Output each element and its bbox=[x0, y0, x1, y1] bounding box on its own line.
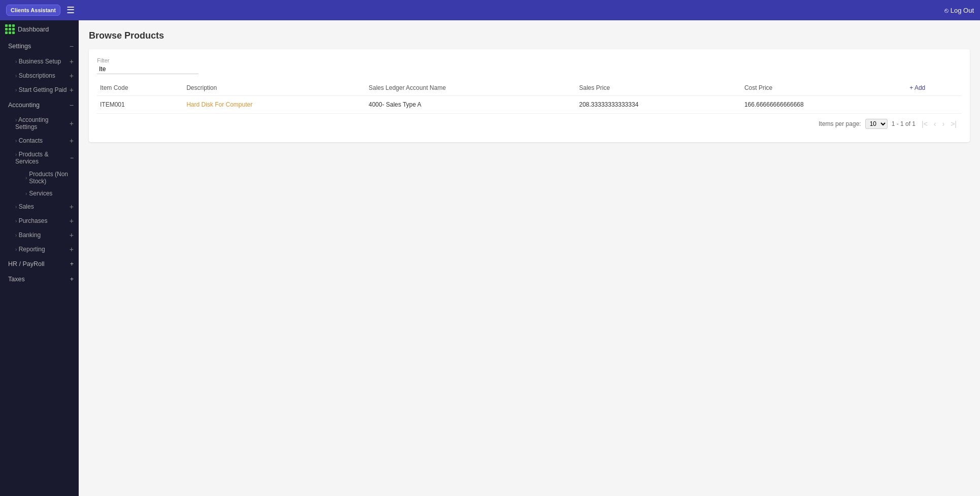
business-setup-label: Business Setup bbox=[19, 58, 61, 65]
topbar-left: Clients Assistant ☰ bbox=[6, 5, 75, 16]
settings-toggle-icon: − bbox=[70, 42, 74, 50]
filter-input[interactable] bbox=[97, 64, 199, 74]
browse-products-card: Filter Item Code Description Sales Ledge… bbox=[89, 49, 970, 142]
plus-icon: + bbox=[70, 119, 74, 127]
sidebar-item-reporting[interactable]: › Reporting + bbox=[5, 242, 79, 256]
products-table-container: Item Code Description Sales Ledger Accou… bbox=[97, 80, 962, 134]
reporting-label: Reporting bbox=[19, 246, 45, 253]
products-services-toggle-icon: − bbox=[70, 154, 74, 161]
sidebar-item-dashboard-label: Dashboard bbox=[18, 26, 49, 33]
cell-cost-price: 166.66666666666668 bbox=[741, 96, 906, 114]
cell-item-code: ITEM001 bbox=[97, 96, 183, 114]
sidebar-item-purchases[interactable]: › Purchases + bbox=[5, 214, 79, 228]
last-page-button[interactable]: >| bbox=[949, 119, 959, 129]
next-page-button[interactable]: › bbox=[940, 119, 947, 129]
hr-plus-icon: + bbox=[70, 260, 74, 268]
settings-submenu: › Business Setup + › Subscriptions + › S… bbox=[0, 54, 79, 97]
sidebar-item-accounting-settings[interactable]: › Accounting Settings + bbox=[5, 113, 79, 134]
contacts-label: Contacts bbox=[19, 137, 43, 144]
sidebar-item-taxes[interactable]: Taxes + bbox=[0, 272, 79, 287]
app-logo: Clients Assistant bbox=[6, 5, 60, 16]
pagination-row: Items per page: 10 25 50 1 - 1 of 1 |< ‹… bbox=[97, 114, 962, 134]
products-table: Item Code Description Sales Ledger Accou… bbox=[97, 80, 962, 114]
chevron-icon: › bbox=[25, 191, 27, 196]
hamburger-icon[interactable]: ☰ bbox=[67, 5, 75, 16]
accounting-settings-label: Accounting Settings bbox=[15, 116, 48, 130]
sidebar-item-business-setup[interactable]: › Business Setup + bbox=[5, 54, 79, 69]
purchases-label: Purchases bbox=[19, 217, 48, 224]
chevron-icon: › bbox=[15, 247, 17, 252]
pagination-range: 1 - 1 of 1 bbox=[892, 120, 916, 127]
products-services-submenu: › Products (Non Stock) › Services bbox=[5, 168, 79, 200]
logout-icon: ⎋ bbox=[944, 7, 949, 14]
chevron-icon: › bbox=[15, 87, 17, 93]
plus-icon: + bbox=[70, 231, 74, 239]
logout-button[interactable]: ⎋ Log Out bbox=[944, 7, 974, 14]
taxes-plus-icon: + bbox=[70, 276, 74, 283]
taxes-label: Taxes bbox=[8, 276, 25, 283]
products-services-label: Products & Services bbox=[15, 151, 48, 165]
chevron-icon: › bbox=[15, 233, 17, 238]
col-sales-ledger: Sales Ledger Account Name bbox=[366, 80, 576, 96]
add-button[interactable]: + Add bbox=[909, 84, 925, 91]
cell-sales-ledger: 4000- Sales Type A bbox=[366, 96, 576, 114]
table-row: ITEM001 Hard Disk For Computer 4000- Sal… bbox=[97, 96, 962, 114]
hr-payroll-label: HR / PayRoll bbox=[8, 260, 45, 268]
prev-page-button[interactable]: ‹ bbox=[932, 119, 938, 129]
chevron-icon: › bbox=[25, 175, 27, 181]
accounting-submenu: › Accounting Settings + › Contacts + › P… bbox=[0, 113, 79, 256]
dashboard-icon bbox=[5, 24, 15, 34]
accounting-toggle-icon: − bbox=[70, 101, 74, 109]
topbar: Clients Assistant ☰ ⎋ Log Out bbox=[0, 0, 980, 20]
chevron-icon: › bbox=[15, 73, 17, 79]
content-area: Browse Products Filter Item Code Descrip… bbox=[79, 20, 980, 496]
sidebar: Dashboard Settings − › Business Setup + … bbox=[0, 20, 79, 496]
products-non-stock-label: Products (Non Stock) bbox=[29, 171, 74, 185]
first-page-button[interactable]: |< bbox=[920, 119, 930, 129]
sidebar-item-services[interactable]: › Services bbox=[10, 187, 79, 200]
col-cost-price: Cost Price bbox=[741, 80, 906, 96]
banking-label: Banking bbox=[19, 232, 41, 239]
col-add: + Add bbox=[906, 80, 962, 96]
plus-icon: + bbox=[70, 245, 74, 253]
sidebar-item-settings[interactable]: Settings − bbox=[0, 38, 79, 54]
sidebar-item-contacts[interactable]: › Contacts + bbox=[5, 134, 79, 148]
logout-label: Log Out bbox=[951, 7, 974, 14]
sidebar-item-sales[interactable]: › Sales + bbox=[5, 200, 79, 214]
sidebar-item-products-services[interactable]: › Products & Services − bbox=[5, 148, 79, 168]
description-link[interactable]: Hard Disk For Computer bbox=[186, 101, 252, 108]
col-item-code: Item Code bbox=[97, 80, 183, 96]
chevron-icon: › bbox=[15, 138, 17, 144]
filter-label: Filter bbox=[97, 57, 962, 63]
sidebar-item-accounting[interactable]: Accounting − bbox=[0, 97, 79, 113]
page-title: Browse Products bbox=[89, 30, 970, 41]
subscriptions-label: Subscriptions bbox=[19, 72, 55, 79]
items-per-page-select[interactable]: 10 25 50 bbox=[865, 119, 888, 129]
sales-label: Sales bbox=[19, 203, 34, 210]
pagination-buttons: |< ‹ › >| bbox=[920, 119, 959, 129]
main-layout: Dashboard Settings − › Business Setup + … bbox=[0, 20, 980, 496]
chevron-icon: › bbox=[15, 204, 17, 210]
accounting-label: Accounting bbox=[8, 102, 40, 109]
sidebar-item-products-non-stock[interactable]: › Products (Non Stock) bbox=[10, 168, 79, 187]
cell-actions bbox=[906, 96, 962, 114]
chevron-icon: › bbox=[15, 152, 17, 157]
plus-icon: + bbox=[70, 72, 74, 80]
cell-sales-price: 208.33333333333334 bbox=[576, 96, 741, 114]
chevron-icon: › bbox=[15, 117, 17, 123]
chevron-icon: › bbox=[15, 59, 17, 64]
plus-icon: + bbox=[70, 57, 74, 65]
plus-icon: + bbox=[70, 203, 74, 211]
settings-label: Settings bbox=[8, 43, 31, 50]
sidebar-item-hr-payroll[interactable]: HR / PayRoll + bbox=[0, 256, 79, 272]
services-label: Services bbox=[29, 190, 52, 197]
plus-icon: + bbox=[70, 86, 74, 94]
sidebar-item-start-getting-paid[interactable]: › Start Getting Paid + bbox=[5, 83, 79, 97]
col-sales-price: Sales Price bbox=[576, 80, 741, 96]
start-getting-paid-label: Start Getting Paid bbox=[19, 86, 67, 93]
items-per-page-label: Items per page: bbox=[819, 120, 861, 127]
sidebar-item-dashboard[interactable]: Dashboard bbox=[0, 20, 79, 38]
sidebar-item-banking[interactable]: › Banking + bbox=[5, 228, 79, 242]
sidebar-item-subscriptions[interactable]: › Subscriptions + bbox=[5, 69, 79, 83]
plus-icon: + bbox=[70, 137, 74, 145]
